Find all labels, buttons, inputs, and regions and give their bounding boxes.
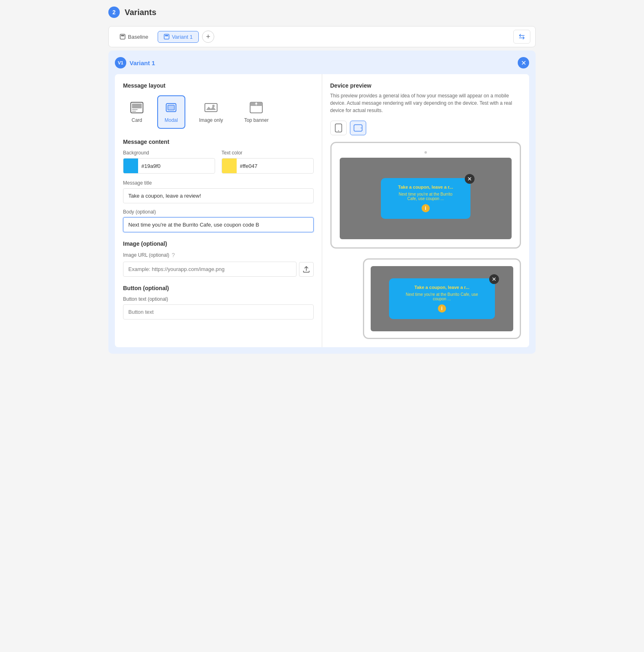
close-variant-button[interactable]: ✕: [518, 57, 529, 68]
add-tab-button[interactable]: +: [202, 31, 214, 43]
step-badge: 2: [108, 7, 120, 18]
modal-info-icon-second: i: [438, 304, 446, 313]
button-text-label: Button text (optional): [123, 296, 314, 302]
v1-badge: V1: [115, 57, 126, 68]
text-color-input-group: [222, 158, 314, 174]
variant1-icon: [164, 34, 169, 40]
left-panel: Message layout Card: [115, 74, 322, 347]
svg-point-12: [212, 105, 215, 107]
message-content-title: Message content: [123, 139, 314, 145]
page-title: Variants: [125, 8, 156, 17]
background-color-input-group: [123, 158, 215, 174]
layout-modal[interactable]: Modal: [157, 95, 185, 129]
image-section: Image (optional) Image URL (optional) ?: [123, 240, 314, 277]
device-preview-desc: This preview provides a general idea of …: [330, 92, 521, 114]
card-label: Card: [132, 117, 142, 123]
phone-icon: [335, 123, 342, 132]
svg-rect-7: [132, 111, 136, 112]
svg-rect-3: [165, 35, 168, 36]
tablet-screen-second: ✕ Take a coupon, leave a r... Next time …: [371, 266, 514, 331]
preview-area: ✕ Take a coupon, leave a r... Next time …: [330, 142, 521, 339]
message-layout-title: Message layout: [123, 82, 314, 89]
modal-body-main: Next time you're at the BurritoCafe, use…: [387, 192, 464, 201]
right-panel: Device preview This preview provides a g…: [322, 74, 530, 347]
message-title-input[interactable]: [123, 188, 314, 203]
button-section-title: Button (optional): [123, 285, 314, 291]
modal-label: Modal: [165, 117, 178, 123]
image-url-input[interactable]: [123, 262, 297, 277]
modal-title-second: Take a coupon, leave a r...: [396, 285, 488, 290]
message-title-label: Message title: [123, 180, 314, 186]
svg-rect-0: [120, 34, 125, 39]
background-field: Background: [123, 150, 215, 174]
svg-rect-9: [168, 105, 174, 110]
background-color-swatch[interactable]: [123, 159, 138, 173]
modal-close-main[interactable]: ✕: [465, 174, 475, 184]
svg-rect-11: [205, 104, 217, 112]
message-layout-section: Message layout Card: [123, 82, 314, 129]
page-header: 2 Variants: [108, 7, 536, 18]
upload-icon: [303, 266, 310, 273]
svg-rect-2: [164, 34, 169, 39]
tablet-mockup-main: ✕ Take a coupon, leave a r... Next time …: [330, 142, 521, 249]
layout-top-banner[interactable]: Top banner: [237, 95, 276, 129]
top-banner-label: Top banner: [244, 117, 268, 123]
svg-rect-5: [132, 104, 142, 108]
button-text-input[interactable]: [123, 304, 314, 319]
variant-body: Message layout Card: [115, 74, 529, 347]
variant-header: V1 Variant 1 ✕: [115, 57, 529, 68]
modal-info-icon-main: i: [422, 204, 430, 212]
close-icon: ✕: [521, 59, 526, 67]
body-input[interactable]: [123, 217, 314, 232]
tab-baseline[interactable]: Baseline: [114, 31, 154, 43]
device-preview-title: Device preview: [330, 82, 521, 89]
image-only-label: Image only: [199, 117, 223, 123]
variant-title-group: V1 Variant 1: [115, 57, 155, 68]
help-icon[interactable]: ?: [172, 252, 175, 258]
compare-button[interactable]: [513, 30, 530, 44]
image-url-label: Image URL (optional): [123, 252, 169, 258]
modal-popup-main: ✕ Take a coupon, leave a r... Next time …: [381, 178, 470, 219]
tabs-bar: Baseline Variant 1 +: [108, 26, 536, 47]
svg-rect-1: [121, 35, 124, 36]
tablet-screen-main: ✕ Take a coupon, leave a r... Next time …: [340, 158, 512, 239]
text-color-field: Text color: [222, 150, 314, 174]
svg-rect-6: [132, 109, 138, 110]
compare-icon: [518, 33, 526, 41]
modal-close-second[interactable]: ✕: [489, 274, 499, 284]
body-field: Body (optional): [123, 209, 314, 232]
text-color-label: Text color: [222, 150, 314, 156]
tablet-mockup-second: ✕ Take a coupon, leave a r... Next time …: [363, 258, 521, 339]
device-toggle: [330, 121, 521, 135]
phone-device-button[interactable]: [330, 121, 347, 135]
modal-popup-second: ✕ Take a coupon, leave a r... Next time …: [389, 278, 495, 319]
color-row: Background Text color: [123, 150, 314, 174]
background-hex-input[interactable]: [138, 160, 215, 172]
tablet-icon: [354, 124, 363, 132]
body-label: Body (optional): [123, 209, 314, 215]
modal-body-second: Next time you're at the Burrito Cafe, us…: [396, 292, 488, 301]
layout-image-only[interactable]: Image only: [192, 95, 231, 129]
background-label: Background: [123, 150, 215, 156]
baseline-icon: [120, 34, 125, 40]
svg-point-17: [338, 130, 339, 131]
tablet-camera: [424, 151, 427, 154]
text-hex-input[interactable]: [237, 160, 313, 172]
variant-panel: V1 Variant 1 ✕ Message layout: [108, 51, 536, 354]
layout-card[interactable]: Card: [123, 95, 151, 129]
top-banner-icon: [250, 101, 263, 114]
card-icon: [130, 101, 143, 114]
text-color-swatch[interactable]: [222, 159, 237, 173]
layout-options: Card Modal: [123, 95, 314, 129]
message-content-section: Message content Background Text color: [123, 139, 314, 232]
upload-button[interactable]: [299, 262, 314, 277]
image-section-title: Image (optional): [123, 240, 314, 247]
modal-title-main: Take a coupon, leave a r...: [387, 185, 464, 189]
image-url-row: [123, 262, 314, 277]
tab-variant1[interactable]: Variant 1: [158, 31, 199, 43]
button-section: Button (optional) Button text (optional): [123, 285, 314, 319]
tablet-device-button[interactable]: [350, 121, 366, 135]
svg-point-19: [360, 128, 361, 128]
variant-label: Variant 1: [130, 59, 155, 66]
image-only-icon: [204, 101, 218, 114]
